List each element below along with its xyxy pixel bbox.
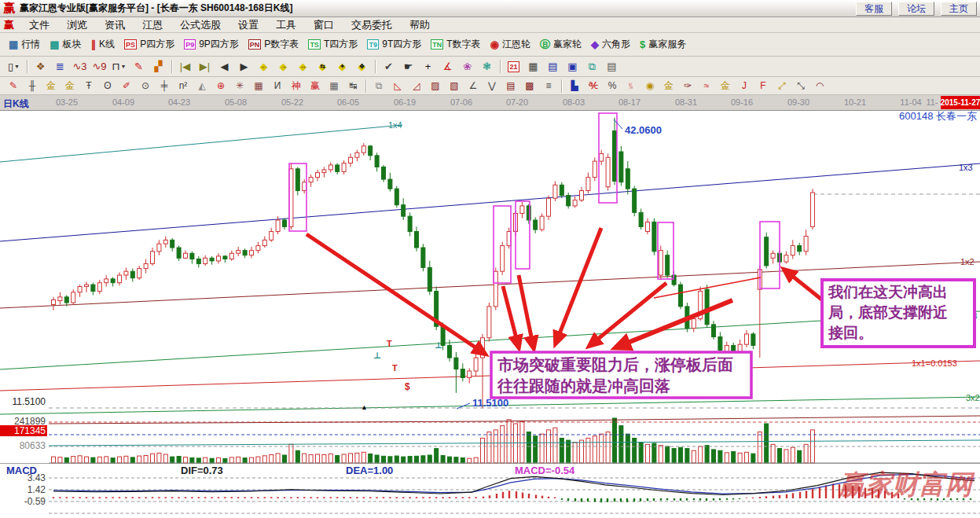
wave-band-icon[interactable]: ≈: [698, 79, 715, 93]
price-grid-icon[interactable]: ▦: [325, 79, 343, 93]
menu-item-公式选股[interactable]: 公式选股: [171, 18, 229, 32]
parallel-icon[interactable]: ≡: [540, 79, 557, 93]
spiral-icon[interactable]: ʘ: [99, 79, 116, 93]
span-arrow-icon[interactable]: ↹: [344, 79, 362, 93]
f-ruler-icon[interactable]: Ŧ: [80, 79, 97, 93]
zoom-all-icon[interactable]: ◆✦: [333, 59, 351, 75]
menu-item-工具[interactable]: 工具: [267, 18, 305, 32]
forum-button[interactable]: 论坛: [898, 2, 934, 16]
p-table-button[interactable]: PNP数字表: [244, 36, 304, 53]
trend-check-icon[interactable]: ✔: [380, 59, 398, 75]
customer-service-button[interactable]: 客服: [856, 2, 892, 16]
capture-icon[interactable]: ⧉: [583, 59, 601, 75]
gold-line-icon[interactable]: 金: [660, 79, 677, 93]
grid-b-icon[interactable]: ▩: [521, 79, 538, 93]
color-chart-icon[interactable]: ▞: [149, 59, 167, 75]
star-burst-icon[interactable]: ✳: [231, 79, 248, 93]
wave-3-icon[interactable]: ∿3: [71, 59, 89, 75]
sectors-button[interactable]: ▩板块: [45, 36, 86, 53]
hand-drag-icon[interactable]: ☛: [399, 59, 417, 75]
winner-wheel-button[interactable]: Ⓑ赢家轮: [535, 36, 586, 53]
9t-square-button[interactable]: T99T四方形: [362, 36, 426, 53]
fan-lines-icon[interactable]: ◺: [389, 79, 406, 93]
target-cross-icon[interactable]: ⊕: [212, 79, 229, 93]
calculator-icon[interactable]: ▦: [524, 59, 542, 75]
speed-slash-icon[interactable]: ⤡: [792, 79, 809, 93]
gann-box-icon[interactable]: ▙: [566, 79, 583, 93]
save-icon[interactable]: ▣: [563, 59, 582, 75]
gold-band-icon[interactable]: 金: [717, 79, 734, 93]
candle-type-icon[interactable]: ⊓▼: [110, 59, 128, 75]
angle-set-icon[interactable]: ∠: [464, 79, 482, 93]
speed-mark-icon[interactable]: И: [269, 79, 286, 93]
shade-box-1-icon[interactable]: ▨: [427, 79, 444, 93]
percent-line-icon[interactable]: ﹪: [622, 79, 640, 93]
fan-box-icon[interactable]: ◿: [408, 79, 425, 93]
grid-target-icon[interactable]: ▦: [250, 79, 267, 93]
f-line-icon[interactable]: F: [754, 79, 772, 93]
time-circle-icon[interactable]: ⊙: [137, 79, 154, 93]
kline-button[interactable]: ∥K线: [86, 36, 120, 53]
n-squared-icon[interactable]: n²: [174, 79, 192, 93]
gold-ruler-1-icon[interactable]: 金: [42, 79, 60, 93]
menu-item-设置[interactable]: 设置: [229, 18, 267, 32]
prev-page-icon[interactable]: ◀: [215, 59, 233, 75]
box-select-icon[interactable]: ⧉: [370, 79, 387, 93]
t-table-button[interactable]: TNT数字表: [426, 36, 485, 53]
tick-comb-icon[interactable]: ╪: [156, 79, 173, 93]
pan-free-icon[interactable]: ◆✥: [353, 59, 371, 75]
gold-slash-icon[interactable]: ⤢: [773, 79, 791, 93]
gann-grid-icon[interactable]: 神: [288, 79, 305, 93]
menu-item-交易委托[interactable]: 交易委托: [343, 18, 401, 32]
expand-h-icon[interactable]: ◆↔: [294, 59, 312, 75]
tick-ruler-icon[interactable]: ╫: [24, 79, 41, 93]
angle-pencil-icon[interactable]: ✐: [118, 79, 135, 93]
kline-chart-canvas[interactable]: 03-2504-0904-2305-0805-2206-0506-1907-06…: [0, 95, 980, 518]
ink-brush-icon[interactable]: ✑: [679, 79, 696, 93]
j-line-icon[interactable]: J: [736, 79, 753, 93]
mirror-icon[interactable]: ◭: [193, 79, 211, 93]
print-icon[interactable]: ▤: [603, 59, 621, 75]
hexagon-button[interactable]: ◆六角形: [586, 36, 635, 53]
grid-a-icon[interactable]: ▤: [502, 79, 519, 93]
shift-left-icon[interactable]: ◆←: [255, 59, 273, 75]
menu-item-帮助[interactable]: 帮助: [401, 18, 439, 32]
pattern-search-icon[interactable]: ❖: [31, 59, 50, 75]
expert-mark-icon[interactable]: ✎: [130, 59, 148, 75]
menu-item-窗口[interactable]: 窗口: [305, 18, 343, 32]
winner-service-button[interactable]: $赢家服务: [635, 36, 691, 53]
menu-item-江恩[interactable]: 江恩: [134, 18, 171, 32]
gann-wheel-button[interactable]: ◉江恩轮: [486, 36, 535, 53]
smart-brain-icon[interactable]: ❃: [478, 59, 496, 75]
homepage-button[interactable]: 主页: [941, 2, 977, 16]
9p-square-button[interactable]: P99P四方形: [179, 36, 244, 53]
candle-style-picker[interactable]: ▯▼: [5, 59, 23, 75]
menu-item-文件[interactable]: 文件: [20, 18, 58, 32]
memo-icon[interactable]: ▤: [544, 59, 562, 75]
last-page-icon[interactable]: ▶|: [196, 59, 214, 75]
percent-icon[interactable]: %: [604, 79, 621, 93]
t-square-button[interactable]: TST四方形: [303, 36, 362, 53]
gold-circle-icon[interactable]: ◉: [641, 79, 659, 93]
shade-box-2-icon[interactable]: ▧: [446, 79, 463, 93]
winner-grid-icon[interactable]: 赢: [306, 79, 324, 93]
calendar-icon[interactable]: 21: [505, 59, 523, 75]
quotes-button[interactable]: ▦行情: [4, 36, 45, 53]
angle-measure-icon[interactable]: ∡: [439, 59, 457, 75]
notes-icon[interactable]: ≣: [51, 59, 69, 75]
crosshair-icon[interactable]: +: [419, 59, 437, 75]
p-square-button[interactable]: PSP四方形: [119, 36, 179, 53]
first-page-icon[interactable]: |◀: [176, 59, 194, 75]
wave-9-icon[interactable]: ∿9: [90, 59, 108, 75]
compress-h-icon[interactable]: ◆⇆: [314, 59, 332, 75]
v-wave-icon[interactable]: ⋁: [483, 79, 501, 93]
gann-flower-icon[interactable]: ❀: [458, 59, 476, 75]
menu-item-资讯[interactable]: 资讯: [96, 18, 134, 32]
draw-pencil-icon[interactable]: ✎: [5, 79, 22, 93]
shift-right-icon[interactable]: ◆→: [274, 59, 292, 75]
gold-ruler-2-icon[interactable]: 金: [61, 79, 79, 93]
next-page-icon[interactable]: ▶: [235, 59, 253, 75]
arc-tool-icon[interactable]: ◠: [811, 79, 828, 93]
retrace-icon[interactable]: ℀: [585, 79, 602, 93]
menu-item-浏览[interactable]: 浏览: [58, 18, 96, 32]
